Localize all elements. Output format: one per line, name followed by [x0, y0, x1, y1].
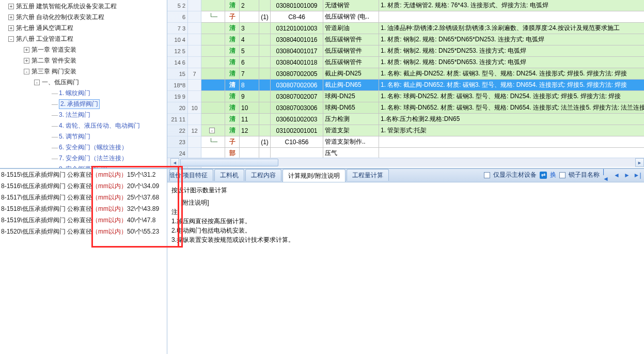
table-row[interactable]: 清6030804001018低压碳钢管件1. 材质: 钢制2. 规格: DN65… [201, 57, 644, 68]
tree-node-label: 6. 安全阀门（螺纹连接） [59, 143, 128, 152]
tree-node-label: 第一章 管道安装 [32, 45, 76, 54]
row-code-cell: 030801001009 [271, 0, 323, 11]
nav-last-button[interactable]: ►| [634, 172, 641, 179]
detail-tab[interactable]: 计算规则/附注说明 [282, 169, 345, 182]
row-code-cell [271, 148, 323, 159]
gutter-cell: 22 [167, 125, 187, 136]
row-sub-cell [259, 68, 271, 79]
gutter-cell: 21 11 [167, 114, 187, 125]
row-index-cell: 10 [240, 102, 259, 113]
nav-first-button[interactable]: |◄ [603, 172, 610, 179]
tree-node[interactable]: — 4. 齿轮、液压传动、电动阀门 [0, 120, 167, 131]
expand-icon[interactable]: + [8, 14, 14, 20]
row-name-cell: 管道刷油 [323, 23, 379, 34]
expand-icon[interactable]: + [8, 4, 14, 9]
table-row[interactable]: 清9030807002007球阀-DN251. 名称: 球阀-DN252. 材质… [201, 91, 644, 102]
row-sub-cell [259, 125, 271, 136]
nav-next-button[interactable]: ► [623, 172, 631, 179]
row-sub-cell [259, 102, 271, 113]
row-tree-cell [201, 68, 225, 79]
tree-node[interactable]: -一、低压阀门 [0, 77, 167, 88]
table-row[interactable]: 清2030801001009无缝钢管1. 材质: 无缝钢管2. 规格: 76*4… [201, 0, 644, 11]
scroll-left-button[interactable]: ◄ [170, 158, 179, 167]
tree-node[interactable]: +第二章 管件安装 [0, 55, 167, 66]
row-sub-cell: (1) [259, 11, 271, 22]
row-sub-cell [259, 0, 271, 11]
row-name-cell: 低压碳钢管件 [323, 45, 379, 56]
table-row[interactable]: 清8030807002006截止阀-DN651. 名称: 截止阀-DN652. … [201, 80, 644, 91]
tree-node[interactable]: -第八册 工业管道工程 [0, 34, 167, 44]
tree-node[interactable]: — 1. 螺纹阀门 [0, 88, 167, 99]
row-name-cell: 压力检测 [323, 114, 379, 125]
swap-icon[interactable]: ⇄ [540, 172, 547, 179]
lock-item-name-label: 锁子目名称 [569, 171, 600, 179]
expand-icon[interactable]: + [8, 25, 14, 31]
quota-list-row[interactable]: 8-1515\低压承插焊阀门 公称直径（mm以内） 15\个\31.2 [0, 169, 167, 180]
row-code-cell: 030807003006 [271, 102, 323, 113]
table-row[interactable]: 清10030807003006球阀-DN651. 名称: 球阀-DN652. 材… [201, 102, 644, 114]
tree-node-label: 7. 安全阀门（法兰连接） [59, 154, 128, 163]
table-row[interactable]: 清7030807002005截止阀-DN251. 名称: 截止阀-DN252. … [201, 68, 644, 80]
tree-node-label: 第二章 管件安装 [32, 56, 76, 65]
h-scrollbar[interactable]: ◄ ► [167, 158, 644, 167]
quota-list-row[interactable]: 8-1520\低压承插焊阀门 公称直径（mm以内） 50\个\55.23 [0, 226, 167, 237]
gutter-cell: 18*8 [167, 80, 187, 91]
table-row[interactable]: -清12031002001001管道支架1. 管架形式:托架 [201, 125, 644, 136]
table-scroll[interactable]: 清2030801001009无缝钢管1. 材质: 无缝钢管2. 规格: 76*4… [201, 0, 644, 168]
tree-node[interactable]: — 6. 安全阀门（螺纹连接） [0, 142, 167, 153]
row-index-cell: 12 [240, 125, 259, 136]
table-row[interactable]: 清3031201001003管道刷油1. 油漆品种:防锈漆;2.除锈级别:防锈漆… [201, 23, 644, 34]
only-main-material-checkbox[interactable] [484, 172, 490, 178]
row-name-cell: 球阀-DN25 [323, 91, 379, 102]
tree-node[interactable]: — 5. 调节阀门 [0, 131, 167, 142]
table-row[interactable]: └─子(1)C8-46低压碳钢管 (电.. [201, 11, 644, 23]
tree-node[interactable]: +第六册 自动化控制仪表安装工程 [0, 12, 167, 23]
table-row[interactable]: 清5030804001017低压碳钢管件1. 材质: 钢制2. 规格: DN25… [201, 45, 644, 57]
row-code-cell: 030807002007 [271, 91, 323, 102]
scroll-right-button[interactable]: ► [635, 158, 644, 167]
expand-icon[interactable]: + [24, 58, 29, 64]
collapse-icon[interactable]: - [209, 128, 215, 133]
detail-tab[interactable]: 工程内容 [245, 169, 281, 181]
tree-node[interactable]: — 2. 承插焊阀门 [0, 99, 167, 110]
tree-node-label: 第七册 通风空调工程 [16, 24, 73, 33]
quota-list-row[interactable]: 8-1517\低压承插焊阀门 公称直径（mm以内） 25\个\37.68 [0, 192, 167, 203]
collapse-icon[interactable]: - [24, 69, 29, 74]
row-desc-cell: 1. 材质: 钢制2. 规格: DN25*DN253. 连接方式: 电弧焊 [379, 45, 644, 56]
swap-label[interactable]: 换 [550, 171, 556, 179]
table-row[interactable]: └─子(1)C10-856管道支架制作.. [201, 136, 644, 148]
tree-node[interactable]: -第三章 阀门安装 [0, 66, 167, 77]
tree-node[interactable]: — 3. 法兰阀门 [0, 110, 167, 120]
row-name-cell: 截止阀-DN25 [323, 68, 379, 79]
tree-node[interactable]: +第一章 管道安装 [0, 44, 167, 55]
table-row[interactable]: 清4030804001016低压碳钢管件1. 材质: 钢制2. 规格: DN65… [201, 34, 644, 45]
detail-tab[interactable]: 工程量计算 [347, 169, 389, 181]
tree-node[interactable]: — 8. 安全阀调试定压 [0, 164, 167, 168]
collapse-icon[interactable]: - [34, 80, 40, 85]
quota-list-row[interactable]: 8-1518\低压承插焊阀门 公称直径（mm以内） 32\个\43.89 [0, 203, 167, 214]
nav-tree-panel: +第五册 建筑智能化系统设备安装工程+第六册 自动化控制仪表安装工程+第七册 通… [0, 0, 167, 168]
row-tree-cell [201, 34, 225, 45]
row-index-cell [240, 148, 259, 159]
row-desc-cell [379, 11, 644, 22]
gutter2-cell: 12 [188, 125, 201, 136]
tree-node[interactable]: +第七册 通风空调工程 [0, 23, 167, 34]
row-desc-cell: 1. 名称: 球阀-DN252. 材质: 碳钢3. 型号、规格: DN254. … [379, 91, 644, 102]
row-tree-cell [201, 91, 225, 102]
detail-tab[interactable]: 工料机 [214, 169, 244, 181]
table-row[interactable]: 清11030601002003压力检测1.名称:压力检测2.规格:DN65 [201, 114, 644, 125]
lock-item-name-checkbox[interactable] [559, 172, 566, 178]
collapse-icon[interactable]: - [8, 36, 14, 42]
quota-list-row[interactable]: 8-1516\低压承插焊阀门 公称直径（mm以内） 20\个\34.09 [0, 180, 167, 192]
nav-prev-button[interactable]: ◄ [613, 172, 620, 179]
tree-node-label: 5. 调节阀门 [59, 132, 90, 141]
tree-node[interactable]: — 7. 安全阀门（法兰连接） [0, 153, 167, 164]
scroll-thumb[interactable] [180, 159, 278, 166]
gutter-cell: 15 [167, 68, 187, 80]
tree-node-label: 2. 承插焊阀门 [59, 99, 100, 109]
gutter-cell: 20 [167, 102, 187, 114]
detail-tab[interactable]: 组价/项目特征 [169, 169, 213, 181]
quota-list-row[interactable]: 8-1519\低压承插焊阀门 公称直径（mm以内） 40\个\47.8 [0, 214, 167, 226]
expand-icon[interactable]: + [24, 47, 29, 53]
tree-node[interactable]: +第五册 建筑智能化系统设备安装工程 [0, 1, 167, 12]
